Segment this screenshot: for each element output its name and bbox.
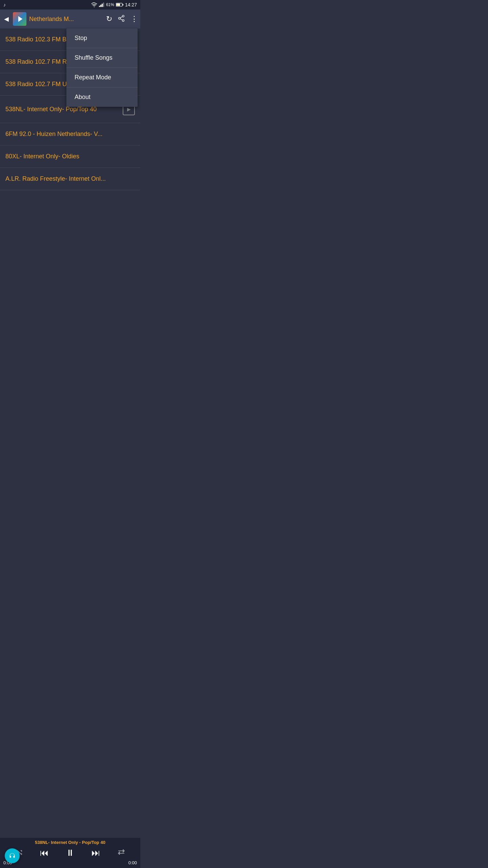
svg-line-14: [120, 16, 122, 18]
music-note-icon: ♪: [3, 2, 6, 7]
svg-rect-2: [100, 5, 101, 7]
radio-station-name: A.LR. Radio Freestyle- Internet Onl...: [5, 175, 106, 182]
svg-marker-9: [18, 16, 23, 22]
menu-item-stop[interactable]: Stop: [66, 28, 138, 48]
svg-point-0: [94, 6, 95, 7]
app-bar: ◀ Netherlands M... ↻ ⋮: [0, 9, 140, 28]
battery-icon: ⚡: [116, 3, 123, 7]
list-item[interactable]: 6FM 92.0 - Huizen Netherlands- V...: [0, 123, 140, 145]
radio-station-name: 538 Radio 102.7 FM U...: [5, 81, 72, 88]
share-button[interactable]: [118, 15, 125, 24]
clock: 14:27: [125, 2, 137, 7]
app-title: Netherlands M...: [29, 16, 103, 23]
menu-item-about[interactable]: About: [66, 87, 138, 107]
svg-line-13: [120, 19, 122, 20]
radio-station-name: 6FM 92.0 - Huizen Netherlands- V...: [5, 131, 102, 138]
radio-station-name: 80XL- Internet Only- Oldies: [5, 153, 79, 160]
radio-station-name: 538 Radio 102.3 FM B...: [5, 36, 72, 43]
svg-rect-1: [99, 6, 100, 7]
wifi-icon: [91, 2, 97, 7]
radio-station-name: 538 Radio 102.7 FM R...: [5, 58, 72, 65]
menu-item-repeat[interactable]: Repeat Mode: [66, 68, 138, 87]
svg-point-10: [122, 15, 124, 17]
battery-percent: 61%: [106, 2, 114, 7]
signal-icon: [99, 2, 104, 7]
dropdown-menu: Stop Shuffle Songs Repeat Mode About: [66, 28, 138, 107]
status-right: 61% ⚡ 14:27: [91, 2, 137, 7]
back-button[interactable]: ◀: [3, 14, 10, 24]
status-bar: ♪ 61% ⚡ 14:27: [0, 0, 140, 9]
app-bar-actions: ↻ ⋮: [106, 15, 138, 24]
app-logo: [13, 12, 26, 26]
more-options-button[interactable]: ⋮: [130, 15, 138, 23]
svg-rect-3: [102, 4, 103, 7]
svg-rect-4: [103, 3, 104, 7]
list-item[interactable]: 80XL- Internet Only- Oldies: [0, 145, 140, 168]
svg-rect-6: [123, 4, 123, 6]
svg-text:⚡: ⚡: [117, 4, 119, 6]
svg-point-11: [119, 17, 121, 19]
refresh-button[interactable]: ↻: [106, 15, 112, 23]
status-left: ♪: [3, 2, 6, 7]
list-item[interactable]: A.LR. Radio Freestyle- Internet Onl...: [0, 168, 140, 190]
menu-item-shuffle[interactable]: Shuffle Songs: [66, 48, 138, 68]
svg-point-12: [122, 19, 124, 21]
